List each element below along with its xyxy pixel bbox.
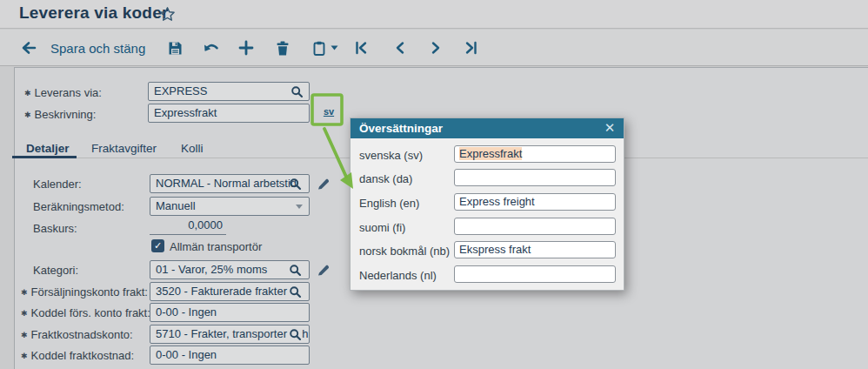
berakningsmetod-value: Manuell	[156, 199, 196, 212]
clipboard-menu-button[interactable]	[308, 37, 341, 59]
trash-icon	[275, 40, 290, 57]
english-value: Express freight	[459, 195, 535, 208]
chevron-down-icon	[331, 45, 338, 50]
baskurs-input[interactable]: 0,0000	[150, 218, 226, 235]
svenska-input[interactable]: Expressfrakt	[454, 145, 616, 163]
kalender-label: Kalender:	[33, 178, 82, 191]
kategori-input[interactable]: 01 - Varor, 25% moms	[150, 260, 310, 279]
dansk-input[interactable]	[454, 169, 616, 186]
berakningsmetod-label: Beräkningsmetod:	[33, 200, 124, 213]
select-caret-icon	[296, 205, 303, 209]
required-marker: ✱	[21, 352, 28, 360]
norsk-input[interactable]: Ekspress frakt	[454, 241, 616, 258]
previous-record-icon	[394, 41, 405, 55]
fraktkostnadskonto-label: ✱Fraktkostnadskonto:	[21, 328, 133, 341]
fraktkostnadskonto-value: 5710 - Frakter, transporter och	[156, 327, 309, 340]
close-icon[interactable]: ✕	[603, 118, 617, 138]
koddel-frakt-value: 0-00 - Ingen	[156, 348, 217, 361]
kalender-value: NORMAL - Normal arbetstid	[156, 177, 297, 190]
norsk-label: norsk bokmål (nb)	[359, 245, 450, 258]
search-icon[interactable]	[290, 85, 304, 98]
required-marker: ✱	[21, 288, 28, 297]
norsk-value: Ekspress frakt	[459, 243, 531, 256]
add-button[interactable]	[235, 37, 257, 59]
forsaljningskonto-input[interactable]: 3520 - Fakturerade frakter	[150, 282, 310, 301]
back-arrow-icon	[20, 40, 37, 56]
save-icon	[167, 40, 184, 57]
clipboard-icon	[311, 40, 327, 57]
undo-icon	[203, 41, 220, 55]
edit-pencil-icon[interactable]	[317, 263, 331, 277]
suomi-input[interactable]	[454, 218, 616, 235]
first-record-button[interactable]	[350, 37, 372, 59]
last-record-icon	[464, 41, 478, 55]
english-label: English (en)	[359, 197, 419, 210]
dialog-title: Översättningar	[359, 122, 443, 135]
kalender-input[interactable]: NORMAL - Normal arbetstid	[150, 174, 310, 193]
allman-transportor-label: Allmän transportör	[170, 240, 262, 253]
title-bar: Leverera via koder	[0, 0, 868, 29]
back-button[interactable]	[17, 37, 40, 59]
required-marker: ✱	[21, 331, 28, 339]
required-marker: ✱	[21, 309, 28, 318]
kategori-label: Kategori:	[33, 264, 78, 277]
undo-button[interactable]	[200, 37, 223, 59]
save-and-close-button[interactable]: Spara och stäng	[50, 37, 145, 59]
koddel-fors-input[interactable]: 0-00 - Ingen	[150, 303, 310, 322]
leverans-via-label: ✱Leverans via:	[24, 86, 102, 99]
beskrivning-value: Expressfrakt	[154, 106, 217, 119]
required-marker: ✱	[24, 89, 31, 97]
koddel-frakt-input[interactable]: 0-00 - Ingen	[150, 346, 310, 365]
search-icon[interactable]	[289, 328, 302, 341]
kategori-value: 01 - Varor, 25% moms	[156, 263, 267, 276]
favorite-star-icon[interactable]	[159, 6, 176, 23]
berakningsmetod-select[interactable]: Manuell	[150, 197, 310, 216]
active-tab-underline	[12, 156, 77, 158]
baskurs-label: Baskurs:	[33, 222, 77, 235]
app-window: Leverera via koder Spara och stäng	[0, 0, 868, 369]
forsaljningskonto-value: 3520 - Fakturerade frakter	[156, 285, 287, 298]
next-record-button[interactable]	[424, 37, 447, 59]
plus-icon	[238, 40, 254, 56]
koddel-fors-label: ✱Koddel förs. konto frakt:	[21, 306, 150, 319]
search-icon[interactable]	[289, 178, 302, 191]
tab-fraktavgifter[interactable]: Fraktavgifter	[91, 142, 157, 155]
forsaljningskonto-label: ✱Försäljningskonto frakt:	[21, 285, 148, 299]
tab-detaljer[interactable]: Detaljer	[26, 142, 70, 155]
tab-kolli[interactable]: Kolli	[181, 142, 204, 155]
nederlands-input[interactable]	[454, 265, 616, 283]
svenska-label: svenska (sv)	[359, 149, 423, 162]
koddel-frakt-label: ✱Koddel fraktkostnad:	[21, 349, 134, 362]
suomi-label: suomi (fi)	[359, 221, 405, 234]
leverans-via-value: EXPRESS	[154, 84, 207, 97]
dansk-label: dansk (da)	[359, 172, 412, 185]
leverans-via-input[interactable]: EXPRESS	[148, 82, 310, 101]
english-input[interactable]: Express freight	[454, 193, 616, 211]
required-marker: ✱	[24, 111, 31, 119]
save-button[interactable]	[164, 37, 186, 59]
page-title: Leverera via koder	[19, 3, 169, 23]
translations-dialog: Översättningar ✕ svenska (sv) Expressfra…	[350, 117, 624, 291]
dialog-header[interactable]: Översättningar ✕	[351, 118, 624, 138]
delete-button[interactable]	[271, 37, 294, 59]
previous-record-button[interactable]	[388, 37, 411, 59]
fraktkostnadskonto-input[interactable]: 5710 - Frakter, transporter och	[150, 325, 310, 344]
edit-pencil-icon[interactable]	[317, 177, 331, 191]
search-icon[interactable]	[289, 264, 302, 277]
last-record-button[interactable]	[459, 37, 482, 59]
beskrivning-label: ✱Beskrivning:	[24, 108, 96, 121]
beskrivning-input[interactable]: Expressfrakt	[148, 104, 310, 123]
nederlands-label: Nederlands (nl)	[359, 269, 437, 282]
svenska-value: Expressfrakt	[459, 147, 522, 160]
allman-transportor-checkbox[interactable]: ✓	[151, 239, 164, 252]
next-record-icon	[431, 41, 442, 55]
koddel-fors-value: 0-00 - Ingen	[156, 305, 217, 319]
first-record-icon	[354, 41, 369, 55]
toolbar: Spara och stäng	[0, 30, 868, 66]
search-icon[interactable]	[289, 285, 302, 299]
sv-translation-link[interactable]: sv	[319, 106, 338, 122]
